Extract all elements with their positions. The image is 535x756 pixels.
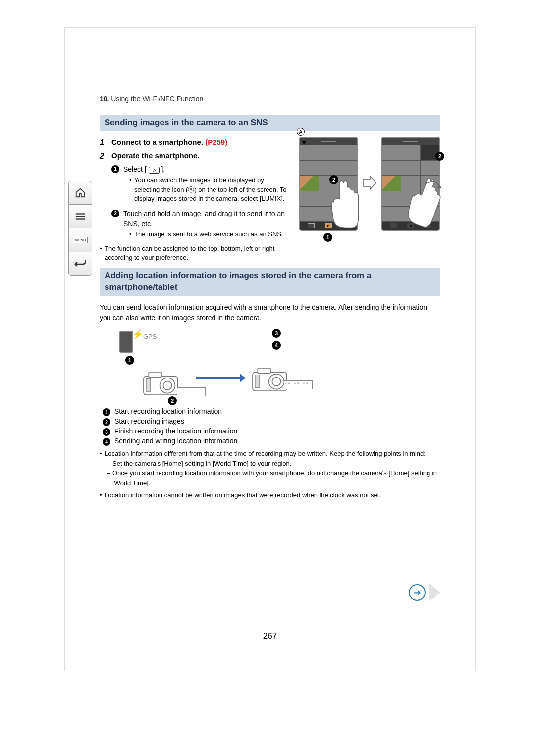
svg-rect-3 <box>149 372 161 377</box>
home-button[interactable] <box>68 181 92 205</box>
menu-label: MENU <box>73 237 88 243</box>
home-icon <box>75 187 86 198</box>
phone-screen <box>300 145 357 222</box>
sub-step-1: 1 Select [ ]. You can switch the images … <box>111 164 289 206</box>
callout-2: 2 <box>435 152 444 161</box>
section-heading-gps: Adding location information to images st… <box>100 268 440 296</box>
callout-2: 2 <box>329 175 338 184</box>
callout-2: 2 <box>168 396 177 405</box>
phone-illustration-group: A ▶ <box>299 137 440 231</box>
divider <box>100 106 440 106</box>
page-inner: 10. Using the Wi-Fi/NFC Function Sending… <box>65 28 475 671</box>
legend-item: 1Start recording location information <box>103 407 440 416</box>
svg-marker-0 <box>153 168 156 171</box>
circled-3-icon: 3 <box>103 428 110 436</box>
image-frames <box>179 387 206 396</box>
contents-button[interactable] <box>68 205 92 228</box>
note-sub: Set the camera's [Home] setting in [Worl… <box>107 459 440 469</box>
back-icon <box>74 259 86 269</box>
menu-button[interactable]: MENU <box>68 228 92 252</box>
svg-rect-6 <box>146 379 151 392</box>
image-frames-gps: GPSGPSGPS <box>286 380 313 389</box>
step-number: 1 <box>100 137 107 148</box>
gps-label: GPS <box>143 333 157 340</box>
next-page-indicator[interactable]: ➜ <box>409 584 440 601</box>
phone-right-wrapper: ■ 2 <box>381 137 440 231</box>
phone-screen <box>382 145 439 222</box>
section2-intro: You can send location information acquir… <box>100 302 440 323</box>
phone-illustration-left: ▶ <box>299 137 358 231</box>
camera-icon <box>248 365 293 394</box>
sub-steps: 1 Select [ ]. You can switch the images … <box>111 164 289 241</box>
sub-step-content: Select [ ]. You can switch the images to… <box>123 164 289 206</box>
chapter-header: 10. Using the Wi-Fi/NFC Function <box>100 95 440 103</box>
chapter-title: Using the Wi-Fi/NFC Function <box>111 95 203 103</box>
legend-item: 4Sending and writing location informatio… <box>103 437 440 446</box>
step-text: Operate the smartphone. <box>111 150 200 162</box>
notes-section: Location information different from that… <box>100 449 440 500</box>
sub-note: The image is sent to a web service such … <box>129 230 289 239</box>
note-bullet: Location information cannot be written o… <box>100 490 440 500</box>
phone-earpiece <box>300 138 357 145</box>
circled-1-icon: 1 <box>103 408 110 416</box>
sidebar-nav: MENU <box>68 181 92 276</box>
step-number: 2 <box>100 150 107 162</box>
section1-body: 1 Connect to a smartphone. (P259) 2 Oper… <box>100 137 440 263</box>
sub-step-content: Touch and hold an image, and drag it to … <box>123 209 289 241</box>
section-note: The function can be assigned to the top,… <box>100 244 289 263</box>
step-2: 2 Operate the smartphone. <box>100 150 289 162</box>
document-page: 10. Using the Wi-Fi/NFC Function Sending… <box>64 27 476 671</box>
svg-rect-8 <box>258 368 270 373</box>
step-text: Connect to a smartphone. (P259) <box>111 137 227 148</box>
page-link-p259[interactable]: (P259) <box>205 138 227 146</box>
flow-arrow-icon <box>196 377 241 379</box>
section-heading-sns: Sending images in the camera to an SNS <box>100 115 440 131</box>
steps-list: 1 Connect to a smartphone. (P259) 2 Oper… <box>100 137 289 162</box>
sub-step-2: 2 Touch and hold an image, and drag it t… <box>111 209 289 241</box>
circled-4-icon: 4 <box>103 438 110 446</box>
triangle-icon <box>429 584 440 601</box>
phone-bottom-bar: ▶ <box>300 222 357 230</box>
callout-1: 1 <box>323 233 332 242</box>
circled-2-icon: 2 <box>111 210 119 217</box>
arrow-right-icon <box>362 175 377 192</box>
gps-diagram: ⚡ GPS 1 3 4 2 <box>109 329 440 403</box>
step-1: 1 Connect to a smartphone. (P259) <box>100 137 289 148</box>
phone-illustration-right: ■ <box>381 137 440 231</box>
callout-4: 4 <box>272 341 281 350</box>
lightning-icon: ⚡ <box>132 329 143 340</box>
chapter-number: 10. <box>100 95 109 103</box>
playback-icon <box>149 167 160 174</box>
next-arrow-icon: ➜ <box>409 584 426 601</box>
callout-letter-a: A <box>297 128 305 136</box>
phone-earpiece <box>382 138 439 145</box>
gps-phone-icon <box>119 331 133 353</box>
list-icon <box>75 212 86 221</box>
svg-rect-11 <box>255 375 260 388</box>
pointer-arrow-icon <box>302 141 307 145</box>
callout-1: 1 <box>125 356 134 365</box>
page-number: 267 <box>263 631 277 641</box>
note-sub: Once you start recording location inform… <box>107 468 440 487</box>
sub-note: You can switch the images to be displaye… <box>129 176 289 204</box>
circled-1-icon: 1 <box>111 165 119 173</box>
legend-item: 2Start recording images <box>103 417 440 426</box>
svg-point-5 <box>163 381 171 390</box>
legend-item: 3Finish recording the location informati… <box>103 427 440 436</box>
callout-3: 3 <box>272 329 281 338</box>
gps-legend: 1Start recording location information 2S… <box>103 407 440 446</box>
svg-point-10 <box>272 378 280 386</box>
section1-text: 1 Connect to a smartphone. (P259) 2 Oper… <box>100 137 289 263</box>
circled-2-icon: 2 <box>103 418 110 426</box>
phone-left-wrapper: A ▶ <box>299 137 358 231</box>
note-bullet: Location information different from that… <box>100 449 440 459</box>
phone-bottom-bar: ■ <box>382 222 439 230</box>
back-button[interactable] <box>68 252 92 276</box>
